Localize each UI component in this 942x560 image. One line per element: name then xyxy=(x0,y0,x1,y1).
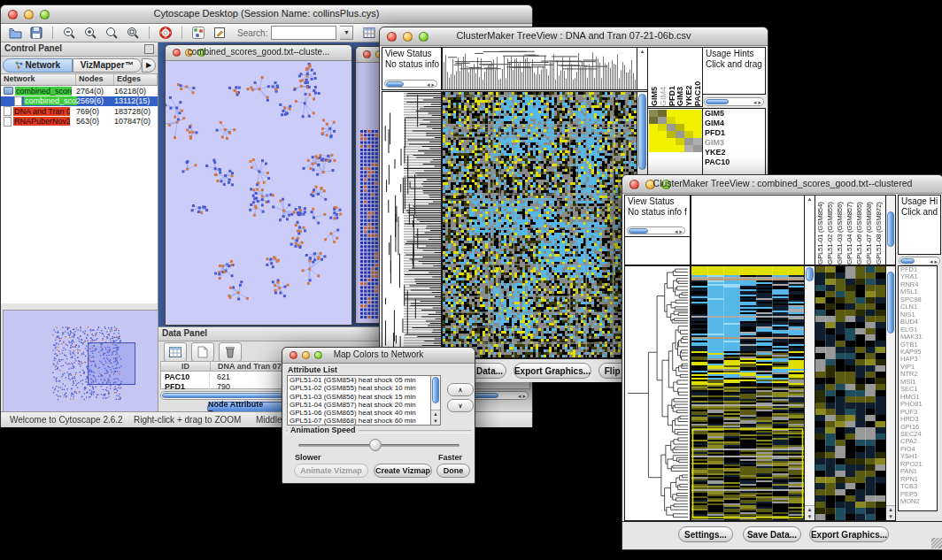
treeview2-row-dendrogram[interactable] xyxy=(624,265,691,521)
move-up-button[interactable]: ∧ xyxy=(447,383,474,396)
scrollbar-thumb[interactable] xyxy=(638,94,646,170)
search-input[interactable] xyxy=(271,26,336,40)
network-row[interactable]: DNA and Tran 07 769(0) 183728(0) xyxy=(1,106,158,117)
treeview1-heatmap[interactable] xyxy=(442,91,637,358)
zoom-in-icon[interactable] xyxy=(81,26,99,41)
network-row[interactable]: combined_sco 2569(6) 13112(15) xyxy=(1,96,158,107)
gene-label[interactable]: MON2 xyxy=(899,498,937,505)
network-tab-icon xyxy=(15,61,23,69)
treeview2-zoom-heatmap[interactable] xyxy=(815,265,886,521)
attribute-list-item[interactable]: GPL51-07 (GSM868) heat shock 60 min xyxy=(288,417,440,425)
tab-network[interactable]: Network xyxy=(3,58,73,73)
save-data-button[interactable]: Save Data... xyxy=(743,526,801,542)
usage-hints-hscrollbar[interactable]: ◂ ▸ xyxy=(899,257,940,265)
network-view-1-titlebar[interactable]: combined_scores_good.txt--cluste... xyxy=(166,45,351,61)
new-attribute-icon[interactable] xyxy=(191,342,214,362)
attribute-list-vscrollbar[interactable]: ▴▾ xyxy=(430,375,441,426)
treeview2-zoom-vscrollbar[interactable]: ▴▾ xyxy=(885,265,896,521)
gene-label[interactable]: YKE2 xyxy=(703,148,765,157)
scrollbar-arrows[interactable]: ▴▾ xyxy=(886,505,895,520)
scrollbar-arrows[interactable]: ▴▾ xyxy=(431,410,440,425)
network-nodes-count: 2764(0) xyxy=(76,87,104,96)
scrollbar-arrows[interactable]: ◂ ▸ xyxy=(518,392,526,400)
save-icon[interactable] xyxy=(27,26,45,41)
treeview2-titlebar[interactable]: ClusterMaker TreeView : combined_scores_… xyxy=(622,175,942,194)
dialog-titlebar[interactable]: Map Colors to Network xyxy=(282,348,475,364)
desktop: Cytoscape Desktop (Session Name: collins… xyxy=(0,0,942,560)
scrollbar-thumb[interactable] xyxy=(432,377,439,403)
move-down-button[interactable]: ∨ xyxy=(447,399,474,412)
animation-speed-label: Animation Speed xyxy=(288,426,359,434)
network-icon xyxy=(4,87,13,95)
attribute-list-item[interactable]: GPL51-04 (GSM857) heat shock 20 min xyxy=(288,401,440,409)
attribute-select-icon[interactable] xyxy=(164,342,187,362)
gene-label[interactable]: GIM3 xyxy=(703,138,765,148)
treeview1-usage-hints: Usage Hints Click and drag to xyxy=(702,47,766,95)
view-status-hscrollbar[interactable]: ◂ ▸ xyxy=(627,226,685,234)
treeview1-column-dendrogram[interactable] xyxy=(442,47,637,90)
animation-speed-slider-thumb[interactable] xyxy=(369,439,382,451)
resize-grip[interactable] xyxy=(931,538,942,548)
attribute-list-item[interactable]: GPL51-06 (GSM865) heat shock 40 min xyxy=(288,409,440,417)
zoom-selected-icon[interactable] xyxy=(124,26,142,41)
treeview2-view-status: View Status No status info f ◂ ▸ xyxy=(624,195,691,237)
treeview2-column-tree-area[interactable] xyxy=(691,195,805,265)
treeview1-row-dendrogram[interactable] xyxy=(382,91,442,358)
column-label: PFD1 xyxy=(668,48,676,106)
control-panel: Control Panel Network VizMapper™ ▶ Netwo… xyxy=(1,42,158,411)
scrollbar-thumb[interactable] xyxy=(806,267,814,281)
usage-hints-hscrollbar[interactable]: ◂ ▸ xyxy=(704,97,764,106)
create-vizmap-button[interactable]: Create Vizmap xyxy=(374,464,432,478)
treeview1-titlebar[interactable]: ClusterMaker TreeView : DNA and Tran 07-… xyxy=(380,27,768,46)
network-icon xyxy=(4,117,12,127)
zoom-fit-icon[interactable] xyxy=(103,26,120,41)
scrollbar-arrows[interactable]: ▴▾ xyxy=(805,505,815,520)
network-nodes-count: 769(0) xyxy=(76,107,99,116)
done-button[interactable]: Done xyxy=(436,464,470,478)
attribute-list-item[interactable]: GPL51-01 (GSM854) heat shock 05 min xyxy=(288,376,440,384)
column-label: GPL51-06 (GSM865) xyxy=(855,196,865,265)
scrollbar-thumb[interactable] xyxy=(887,272,894,334)
close-button[interactable] xyxy=(363,50,371,58)
attribute-value: 621 xyxy=(210,372,230,381)
view-status-hscrollbar[interactable]: ◂ ▸ xyxy=(384,80,437,88)
help-ring-icon[interactable] xyxy=(157,26,174,41)
cytopanel-nodes-icon[interactable] xyxy=(189,26,207,41)
treeview2-global-heatmap[interactable] xyxy=(691,265,806,521)
delete-attribute-icon[interactable] xyxy=(219,342,242,362)
network-row[interactable]: combined_scores 2764(0) 16218(0) xyxy=(1,86,158,96)
annotation-icon[interactable] xyxy=(211,26,228,41)
animate-vizmap-button[interactable]: Animate Vizmap xyxy=(294,464,368,478)
attribute-list-item[interactable]: GPL51-02 (GSM855) heat shock 10 min xyxy=(288,384,440,392)
gene-label[interactable]: GIM5 xyxy=(703,109,765,119)
float-panel-icon[interactable] xyxy=(144,44,154,54)
gene-label[interactable]: PAC10 xyxy=(703,157,765,167)
treeview1-zoom-matrix[interactable] xyxy=(649,110,702,152)
main-titlebar[interactable]: Cytoscape Desktop (Session Name: collins… xyxy=(1,5,532,24)
gene-label[interactable]: GIM4 xyxy=(703,119,765,128)
gene-label[interactable]: PFD1 xyxy=(703,128,765,138)
tab-overflow-arrow[interactable]: ▶ xyxy=(142,58,156,73)
birdseye-view[interactable] xyxy=(3,310,158,412)
network-name: combined_sco xyxy=(24,96,77,105)
treeview2-button-row: Settings... Save Data... Export Graphics… xyxy=(622,521,942,549)
tab-vizmapper[interactable]: VizMapper™ xyxy=(73,58,143,73)
main-window-title: Cytoscape Desktop (Session Name: collins… xyxy=(1,8,532,19)
table-import-icon[interactable] xyxy=(360,26,378,41)
export-graphics-button[interactable]: Export Graphics... xyxy=(809,526,889,542)
network-view-1-canvas[interactable] xyxy=(166,61,350,324)
search-dropdown-arrow[interactable]: ▼ xyxy=(340,26,353,40)
zoom-out-icon[interactable] xyxy=(60,26,78,41)
export-graphics-button[interactable]: Export Graphics... xyxy=(513,363,591,379)
column-label: YKE2 xyxy=(684,48,693,106)
column-label: GPL51-04 (GSM857) xyxy=(845,196,855,265)
column-label: GIM3 xyxy=(676,48,684,106)
network-table-header: Network Nodes Edges xyxy=(1,74,158,86)
network-row[interactable]: RNAPuberNov2+| 563(0) 107847(0) xyxy=(1,117,158,127)
settings-button[interactable]: Settings... xyxy=(678,526,733,542)
toolbar-separator xyxy=(181,27,182,39)
treeview2-labels-vscrollbar[interactable] xyxy=(885,195,896,265)
network-view-window-1: combined_scores_good.txt--cluste... xyxy=(165,44,352,326)
attribute-list-item[interactable]: GPL51-03 (GSM856) heat shock 15 min xyxy=(288,393,440,401)
open-icon[interactable] xyxy=(6,26,24,41)
